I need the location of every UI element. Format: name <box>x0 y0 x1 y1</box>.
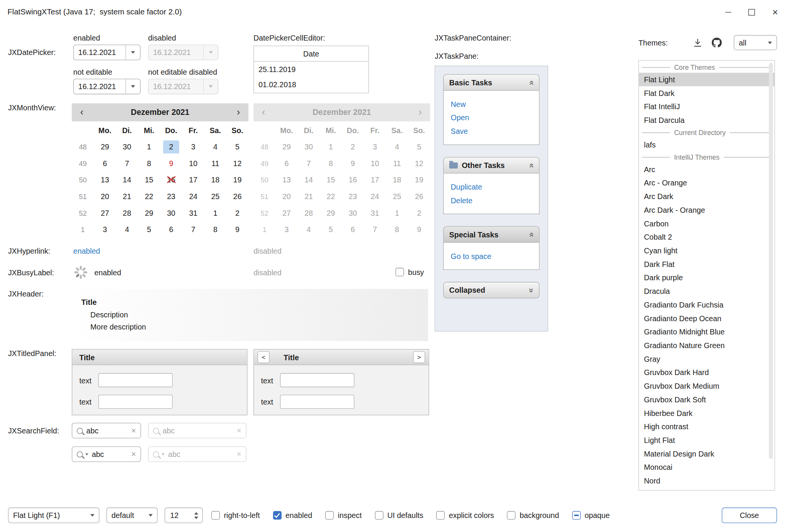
theme-item[interactable]: Arc - Orange <box>639 176 774 190</box>
theme-item[interactable]: Gruvbox Dark Medium <box>639 379 774 393</box>
day-cell[interactable]: 15 <box>138 171 160 188</box>
taskpane-header[interactable]: Special Tasks» <box>443 226 540 243</box>
spinner-down-icon[interactable] <box>194 516 198 519</box>
checkbox-enabled[interactable]: enabled <box>273 511 312 519</box>
day-cell[interactable]: 7 <box>182 221 204 238</box>
day-cell[interactable]: 4 <box>116 221 138 238</box>
day-cell[interactable]: 18 <box>204 171 226 188</box>
theme-item[interactable]: Hiberbee Dark <box>639 406 774 420</box>
checkbox-ui-defaults[interactable]: UI defaults <box>375 511 423 519</box>
text-input[interactable] <box>280 373 354 387</box>
theme-item[interactable]: Flat IntelliJ <box>639 100 774 113</box>
prev-month-button[interactable]: ‹ <box>72 107 92 118</box>
day-cell[interactable]: 23 <box>160 188 182 205</box>
day-cell[interactable]: 29 <box>94 138 116 155</box>
day-cell[interactable]: 3 <box>182 138 204 155</box>
theme-item[interactable]: Gruvbox Dark Hard <box>639 366 774 379</box>
clear-search-icon[interactable]: × <box>131 427 136 435</box>
theme-item[interactable]: Light Flat <box>639 433 774 447</box>
theme-item[interactable]: Gray <box>639 352 774 366</box>
day-cell[interactable]: 6 <box>160 221 182 238</box>
day-cell[interactable]: 7 <box>116 155 138 172</box>
theme-item[interactable]: Gradianto Nature Green <box>639 339 774 352</box>
theme-item[interactable]: Dark Flat <box>639 257 774 271</box>
day-cell[interactable]: 16 <box>160 171 182 188</box>
taskpane-link[interactable]: New <box>451 97 532 111</box>
day-cell[interactable]: 19 <box>227 171 249 188</box>
minimize-button[interactable] <box>716 0 740 24</box>
day-cell[interactable]: 30 <box>160 205 182 221</box>
lookandfeel-combobox[interactable]: Flat Light (F1) <box>8 508 99 523</box>
checkbox-busy[interactable]: busy <box>395 268 424 276</box>
day-cell[interactable]: 21 <box>116 188 138 205</box>
clear-search-icon[interactable]: × <box>131 450 136 458</box>
scrollbar-thumb[interactable] <box>769 63 773 459</box>
datepicker-not-editable[interactable]: 16.12.2021 <box>73 79 140 94</box>
day-cell[interactable]: 20 <box>94 188 116 205</box>
day-cell[interactable]: 3 <box>94 221 116 238</box>
next-month-button[interactable]: › <box>228 107 249 118</box>
github-button[interactable] <box>711 37 723 49</box>
datepicker-dropdown-button[interactable] <box>126 45 140 60</box>
day-cell[interactable]: 5 <box>227 138 249 155</box>
theme-item[interactable]: Cobalt 2 <box>639 230 774 244</box>
day-cell[interactable]: 31 <box>182 205 204 221</box>
search-field-enabled[interactable]: abc × <box>72 423 141 438</box>
day-cell[interactable]: 9 <box>160 155 182 172</box>
theme-item[interactable]: Material Design Dark <box>639 447 774 461</box>
day-cell[interactable]: 25 <box>204 188 226 205</box>
table-row[interactable]: 01.02.2018 <box>254 77 368 92</box>
day-cell[interactable]: 8 <box>138 155 160 172</box>
taskpane-link[interactable]: Save <box>451 124 532 138</box>
table-column-header[interactable]: Date <box>254 46 368 62</box>
theme-item[interactable]: Gradianto Deep Ocean <box>639 311 774 325</box>
day-cell[interactable]: 29 <box>138 205 160 221</box>
day-cell[interactable]: 6 <box>94 155 116 172</box>
spinner-up-icon[interactable] <box>194 512 198 515</box>
checkbox-inspect[interactable]: inspect <box>325 511 362 519</box>
search-field-with-menu[interactable]: abc × <box>72 446 141 462</box>
font-size-spinner[interactable]: 12 <box>165 508 203 523</box>
theme-item[interactable]: Flat Darcula <box>639 113 774 127</box>
titledpanel-next-button[interactable]: > <box>413 351 425 363</box>
day-cell[interactable]: 12 <box>227 155 249 172</box>
day-cell[interactable]: 1 <box>138 138 160 155</box>
taskpane-link[interactable]: Duplicate <box>451 180 532 194</box>
checkbox-explicit-colors[interactable]: explicit colors <box>436 511 494 519</box>
close-window-button[interactable]: × <box>763 0 787 24</box>
taskpane-link[interactable]: Open <box>451 111 532 124</box>
theme-item[interactable]: Dark purple <box>639 271 774 284</box>
hyperlink-enabled[interactable]: enabled <box>73 247 100 255</box>
theme-item[interactable]: Arc Dark - Orange <box>639 203 774 217</box>
day-cell[interactable]: 30 <box>116 138 138 155</box>
day-cell[interactable]: 2 <box>160 138 182 155</box>
close-button[interactable]: Close <box>722 508 777 523</box>
theme-item[interactable]: Flat Dark <box>639 86 774 100</box>
theme-item[interactable]: Gradianto Midnight Blue <box>639 325 774 339</box>
day-cell[interactable]: 2 <box>227 205 249 221</box>
day-cell[interactable]: 22 <box>138 188 160 205</box>
table-row[interactable]: 25.11.2019 <box>254 62 368 77</box>
monthview-enabled[interactable]: ‹Dezember 2021›Mo.Di.Mi.Do.Fr.Sa.So.4829… <box>72 103 249 237</box>
day-cell[interactable]: 5 <box>138 221 160 238</box>
day-cell[interactable]: 26 <box>227 188 249 205</box>
search-menu-caret-icon[interactable] <box>85 453 88 455</box>
day-cell[interactable]: 28 <box>116 205 138 221</box>
day-cell[interactable]: 1 <box>204 205 226 221</box>
maximize-button[interactable] <box>740 0 763 24</box>
theme-item[interactable]: Cyan light <box>639 244 774 257</box>
theme-item[interactable]: lafs <box>639 138 774 152</box>
taskpane-link[interactable]: Go to space <box>451 249 532 263</box>
datepicker-dropdown-button[interactable] <box>126 79 140 94</box>
taskpane-link[interactable]: Delete <box>451 194 532 207</box>
day-cell[interactable]: 10 <box>182 155 204 172</box>
theme-item[interactable]: High contrast <box>639 420 774 433</box>
theme-item[interactable]: Carbon <box>639 217 774 230</box>
day-cell[interactable]: 17 <box>182 171 204 188</box>
day-cell[interactable]: 11 <box>204 155 226 172</box>
theme-item[interactable]: Arc Dark <box>639 190 774 203</box>
taskpane-header[interactable]: Basic Tasks» <box>443 74 540 91</box>
day-cell[interactable]: 24 <box>182 188 204 205</box>
day-cell[interactable]: 14 <box>116 171 138 188</box>
font-family-combobox[interactable]: default <box>106 508 157 523</box>
